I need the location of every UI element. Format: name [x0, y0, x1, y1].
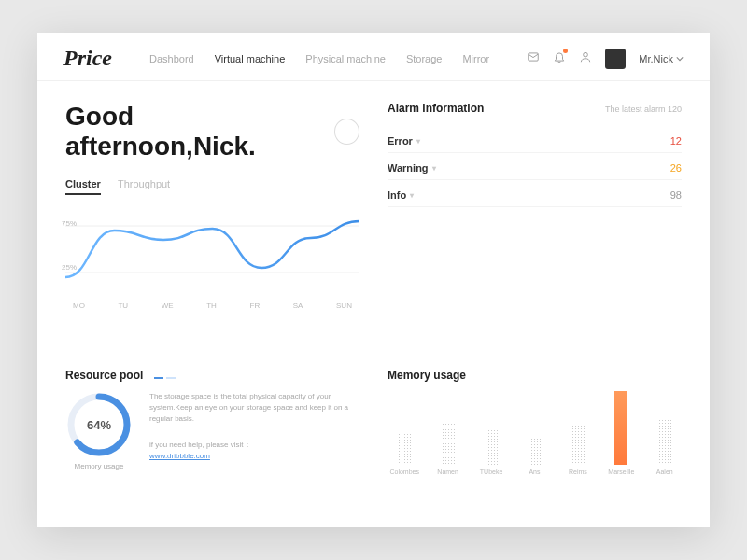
svg-rect-0: [529, 52, 539, 60]
memory-panel: Memory usage ColombesNamenTUbekeAnsReims…: [388, 369, 682, 511]
content: Good afternoon,Nick. ClusterThroughput 7…: [37, 81, 710, 527]
bar: [398, 433, 411, 465]
chevron-down-icon: [676, 53, 684, 64]
alarm-subtitle: The latest alarm 120: [605, 105, 682, 114]
help-link[interactable]: www.dribbble.com: [149, 452, 210, 460]
bar-col-marseille: Marseille: [604, 391, 638, 475]
xtick: SA: [293, 301, 303, 310]
bar-label: Namen: [437, 469, 458, 475]
memory-bars: ColombesNamenTUbekeAnsReimsMarseilleAale…: [388, 391, 682, 475]
alarm-value: 26: [670, 162, 682, 174]
chevron-down-icon: ▾: [432, 164, 436, 173]
topbar-right: Mr.Nick: [527, 49, 684, 69]
nav: DashbordVirtual machinePhysical machineS…: [149, 53, 489, 64]
bar-label: Marseille: [608, 469, 634, 475]
cluster-tabs: ClusterThroughput: [65, 178, 359, 195]
topbar: Price DashbordVirtual machinePhysical ma…: [37, 33, 710, 81]
xtick: MO: [73, 301, 85, 310]
bar: [485, 429, 498, 465]
username-text: Mr.Nick: [639, 53, 673, 64]
alarm-expand-warning[interactable]: Warning▾: [388, 162, 436, 174]
mail-icon[interactable]: [527, 50, 540, 67]
bar: [442, 423, 455, 465]
alarm-value: 12: [670, 135, 682, 147]
page-title: Good afternoon,Nick.: [65, 102, 359, 161]
alarm-expand-info[interactable]: Info▾: [388, 189, 414, 201]
bar-label: Ans: [529, 469, 540, 475]
chevron-down-icon: ▾: [410, 191, 414, 200]
greeting-text: Good afternoon,Nick.: [65, 102, 317, 161]
xtick: WE: [162, 301, 174, 310]
avatar[interactable]: [605, 49, 626, 69]
notification-dot: [563, 49, 568, 53]
memory-title: Memory usage: [388, 369, 682, 382]
alarm-row-error: Error▾12: [388, 135, 682, 153]
bar-col-ans: Ans: [517, 438, 551, 475]
alarm-title: Alarm information: [388, 102, 484, 115]
bell-icon[interactable]: [553, 50, 566, 67]
bar: [658, 419, 671, 466]
app-window: Price DashbordVirtual machinePhysical ma…: [37, 33, 710, 527]
svg-point-1: [584, 52, 588, 57]
spinner-icon: [334, 119, 359, 145]
resource-title: Resource pool: [65, 369, 359, 382]
tab-throughput[interactable]: Throughput: [118, 178, 170, 195]
donut-wrap: 64% Memory usage: [65, 391, 133, 470]
line-chart-svg: [65, 203, 359, 296]
resource-body: 64% Memory usage The storage space is th…: [65, 391, 359, 470]
donut-percent: 64%: [65, 391, 133, 458]
nav-item-physical-machine[interactable]: Physical machine: [305, 53, 386, 64]
alarm-value: 98: [670, 189, 682, 201]
alarm-row-warning: Warning▾26: [388, 162, 682, 180]
tab-cluster[interactable]: Cluster: [65, 178, 101, 195]
bar-col-reims: Reims: [561, 425, 595, 475]
bar-col-tubeke: TUbeke: [474, 429, 508, 475]
alarm-header: Alarm information The latest alarm 120: [388, 102, 682, 124]
username-dropdown[interactable]: Mr.Nick: [639, 53, 684, 64]
bar-label: Colombes: [389, 469, 419, 475]
resource-legend: [154, 377, 176, 379]
xaxis: MOTUWETHFRSASUN: [65, 300, 359, 310]
xtick: SUN: [336, 301, 352, 310]
bar: [571, 425, 585, 465]
alarm-panel: Alarm information The latest alarm 120 E…: [388, 102, 682, 350]
bar-col-namen: Namen: [430, 423, 464, 475]
bar-col-aalen: Aalen: [648, 419, 682, 476]
left-upper: Good afternoon,Nick. ClusterThroughput 7…: [65, 102, 359, 350]
alarm-rows: Error▾12Warning▾26Info▾98: [388, 135, 682, 207]
bar-col-colombes: Colombes: [388, 433, 421, 475]
nav-item-mirror[interactable]: Mirror: [462, 53, 489, 64]
bar-label: Aalen: [656, 469, 673, 475]
xtick: FR: [250, 301, 261, 310]
bar-label: TUbeke: [480, 469, 503, 475]
chevron-down-icon: ▾: [416, 137, 420, 146]
donut-label: Memory usage: [75, 462, 124, 470]
bar-label: Reims: [569, 469, 587, 475]
alarm-row-info: Info▾98: [388, 189, 682, 207]
xtick: TH: [206, 301, 217, 310]
nav-item-dashbord[interactable]: Dashbord: [149, 53, 194, 64]
nav-item-storage[interactable]: Storage: [406, 53, 443, 64]
logo: Price: [63, 46, 112, 71]
ytick-25: 25%: [62, 263, 77, 272]
user-icon[interactable]: [579, 50, 592, 67]
bar: [614, 391, 627, 465]
ytick-75: 75%: [62, 219, 77, 228]
xtick: TU: [118, 301, 128, 310]
resource-panel: Resource pool 64% Memory usage: [65, 369, 359, 511]
alarm-expand-error[interactable]: Error▾: [388, 135, 420, 147]
nav-item-virtual-machine[interactable]: Virtual machine: [215, 53, 286, 64]
resource-help: if you need help, please visit： www.drib…: [149, 440, 359, 462]
resource-desc: The storage space is the total physical …: [149, 391, 359, 470]
bar: [528, 438, 541, 465]
cluster-chart: 75% 25% MOTUWETHFRSASUN: [65, 203, 359, 315]
donut-chart: 64%: [65, 391, 133, 458]
